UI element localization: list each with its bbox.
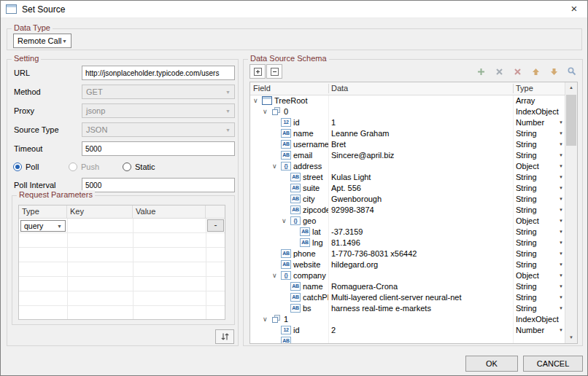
object-type-icon: {}	[281, 162, 291, 171]
type-dropdown-arrow[interactable]: ▼	[559, 281, 563, 292]
poll-interval-input[interactable]	[82, 178, 235, 192]
field-cell: ABstreet	[250, 172, 328, 183]
schema-tree-row[interactable]: ABzipcode92998-3874String▼	[250, 205, 565, 216]
type-dropdown-arrow[interactable]: ▼	[559, 259, 563, 270]
field-cell: ∨{}geo	[250, 216, 328, 227]
type-dropdown-arrow[interactable]: ▼	[559, 303, 563, 314]
schema-tree-row[interactable]: ABphone1-770-736-8031 x56442String▼	[250, 248, 565, 259]
remove-field-button[interactable]	[491, 64, 507, 79]
type-dropdown-arrow[interactable]: ▼	[559, 172, 563, 183]
field-cell: ABzipcode	[250, 205, 328, 216]
expand-all-button[interactable]	[249, 64, 266, 79]
type-dropdown-arrow[interactable]: ▼	[559, 128, 563, 139]
preview-data-button[interactable]	[564, 64, 580, 79]
schema-tree-row[interactable]: ABstreetKulas LightString▼	[250, 172, 565, 183]
scroll-down-button[interactable]: ▼	[565, 332, 577, 343]
schema-tree-row[interactable]: ∨{}companyObject▼	[250, 270, 565, 281]
add-field-button[interactable]	[473, 64, 489, 79]
schema-tree-row[interactable]: ABnameLeanne GrahamString▼	[250, 128, 565, 139]
type-dropdown-arrow[interactable]: ▼	[559, 183, 563, 194]
schema-tree-row[interactable]: 12id1Number▼	[250, 117, 565, 128]
field-data	[331, 336, 511, 343]
schema-tree: Field Data Type ∨TreeRootArray∨0IndexObj…	[249, 82, 578, 344]
scroll-up-button[interactable]: ▲	[565, 82, 577, 93]
schema-group-title: Data Source Schema	[248, 54, 329, 63]
string-type-icon: AB	[281, 129, 291, 138]
sort-params-button[interactable]	[215, 329, 234, 344]
type-dropdown-arrow[interactable]: ▼	[559, 238, 563, 248]
schema-tree-row[interactable]: AB	[250, 336, 565, 343]
expander-icon[interactable]: ∨	[263, 106, 268, 117]
poll-radio[interactable]: Poll	[13, 162, 39, 172]
expander-icon[interactable]: ∨	[253, 95, 258, 106]
schema-tree-row[interactable]: 12id2Number▼	[250, 325, 565, 336]
schema-tree-row[interactable]: ∨{}geoObject▼	[250, 216, 565, 227]
type-dropdown-arrow[interactable]: ▼	[559, 150, 563, 161]
field-data: 1-770-736-8031 x56442	[331, 248, 511, 259]
method-value: GET	[86, 87, 103, 96]
close-icon: ×	[571, 2, 578, 15]
move-down-button[interactable]	[546, 64, 562, 79]
field-cell: ∨1	[250, 314, 328, 325]
type-dropdown-arrow[interactable]: ▼	[559, 216, 563, 227]
field-type: String	[516, 151, 537, 160]
expander-icon[interactable]: ∨	[263, 314, 268, 324]
cancel-button[interactable]: CANCEL	[523, 356, 583, 372]
schema-tree-row[interactable]: ∨1IndexObject	[250, 314, 565, 325]
schema-tree-row[interactable]: ABcityGwenboroughString▼	[250, 194, 565, 205]
close-button[interactable]: ×	[561, 1, 587, 17]
schema-tree-row[interactable]: ABusernameBretString▼	[250, 139, 565, 150]
type-dropdown-arrow[interactable]: ▼	[559, 248, 563, 259]
delete-all-fields-button[interactable]	[509, 64, 525, 79]
field-type-cell: String▼	[516, 238, 565, 248]
field-type-cell: String▼	[516, 259, 565, 270]
scroll-thumb[interactable]	[566, 95, 576, 146]
type-dropdown-arrow[interactable]: ▼	[559, 270, 563, 281]
ok-button[interactable]: OK	[465, 356, 518, 372]
type-dropdown-arrow[interactable]: ▼	[559, 194, 563, 205]
string-type-icon: AB	[290, 304, 301, 313]
move-up-button[interactable]	[527, 64, 543, 79]
tree-col-type: Type	[516, 82, 533, 95]
param-type-select[interactable]: query ▼	[20, 220, 66, 232]
type-dropdown-arrow[interactable]: ▼	[559, 161, 563, 172]
schema-tree-row[interactable]: ABcatchPhraseMulti-layered client-server…	[250, 292, 565, 303]
type-dropdown-arrow[interactable]: ▼	[559, 325, 563, 336]
schema-tree-row[interactable]: ABlat-37.3159String▼	[250, 227, 565, 238]
field-cell: ∨{}company	[250, 270, 328, 281]
type-dropdown-arrow[interactable]: ▼	[559, 292, 563, 303]
type-dropdown-arrow[interactable]: ▼	[559, 205, 563, 216]
grid-line	[206, 219, 206, 319]
url-input[interactable]	[82, 66, 235, 80]
schema-tree-row[interactable]: ∨{}addressObject▼	[250, 161, 565, 172]
collapse-all-button[interactable]	[266, 64, 282, 79]
type-dropdown-arrow[interactable]: ▼	[559, 227, 563, 238]
schema-tree-row[interactable]: ABbsharness real-time e-marketsString▼	[250, 303, 565, 314]
source-type-label: Source Type	[14, 122, 59, 137]
schema-tree-row[interactable]: ABnameRomaguera-CronaString▼	[250, 281, 565, 292]
field-data	[331, 106, 511, 117]
schema-tree-row[interactable]: ∨0IndexObject	[250, 106, 565, 117]
field-data: hildegard.org	[331, 259, 511, 270]
type-dropdown-arrow[interactable]: ▼	[559, 139, 563, 150]
schema-tree-row[interactable]: ABwebsitehildegard.orgString▼	[250, 259, 565, 270]
static-radio[interactable]: Static	[123, 162, 155, 172]
remove-param-button[interactable]: -	[207, 219, 224, 232]
data-type-select[interactable]: Remote Call ▼	[13, 34, 71, 48]
grid-line	[67, 219, 68, 319]
schema-tree-row[interactable]: ABemailSincere@april.bizString▼	[250, 150, 565, 161]
tree-scrollbar[interactable]: ▲ ▼	[565, 82, 577, 343]
string-type-icon: AB	[281, 140, 291, 149]
expander-icon[interactable]: ∨	[282, 216, 287, 226]
expander-icon[interactable]: ∨	[272, 270, 277, 281]
schema-tree-row[interactable]: ∨TreeRootArray	[250, 95, 565, 106]
field-cell: ∨TreeRoot	[250, 95, 328, 106]
timeout-input[interactable]	[82, 141, 235, 156]
field-data: Sincere@april.biz	[331, 150, 511, 161]
field-type: String	[516, 260, 537, 269]
type-dropdown-arrow[interactable]: ▼	[559, 117, 563, 128]
expander-icon[interactable]: ∨	[272, 161, 277, 171]
schema-tree-row[interactable]: ABsuiteApt. 556String▼	[250, 183, 565, 194]
field-type: String	[516, 238, 537, 247]
schema-tree-row[interactable]: ABlng81.1496String▼	[250, 238, 565, 248]
